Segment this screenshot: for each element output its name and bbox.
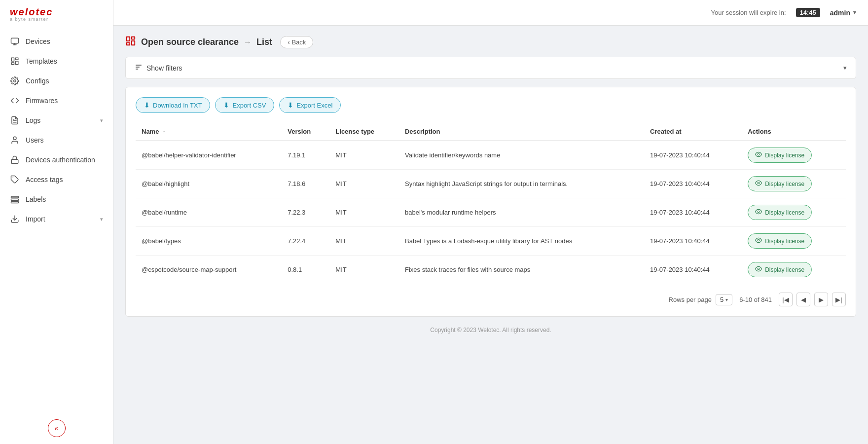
col-name[interactable]: Name ↑	[136, 123, 282, 141]
sidebar-item-users-label: Users	[26, 136, 44, 144]
cell-license: MIT	[329, 198, 399, 227]
export-excel-button[interactable]: ⬇ Export Excel	[279, 97, 341, 113]
sidebar-item-devices-auth[interactable]: Devices authentication	[0, 150, 113, 170]
cell-license: MIT	[329, 170, 399, 198]
display-license-label: Display license	[765, 181, 804, 187]
cell-license: MIT	[329, 227, 399, 256]
download-txt-icon: ⬇	[144, 101, 150, 109]
first-page-button[interactable]: |◀	[779, 293, 793, 306]
back-button[interactable]: ‹ Back	[280, 36, 313, 48]
sidebar-item-import[interactable]: Import ▾	[0, 209, 113, 229]
cell-version: 0.8.1	[282, 256, 329, 284]
export-csv-button[interactable]: ⬇ Export CSV	[215, 97, 274, 113]
sidebar-item-firmwares[interactable]: Firmwares	[0, 91, 113, 111]
sidebar-item-users[interactable]: Users	[0, 130, 113, 150]
display-license-label: Display license	[765, 152, 804, 159]
svg-point-10	[13, 137, 16, 140]
main-area: Your session will expire in: 14:45 admin…	[113, 0, 868, 444]
page-content: Open source clearance → List ‹ Back Show…	[113, 26, 868, 444]
sidebar-item-logs[interactable]: Logs ▾	[0, 111, 113, 130]
display-license-label: Display license	[765, 209, 804, 216]
eye-icon	[755, 180, 762, 188]
sidebar-collapse-button[interactable]: «	[48, 419, 66, 437]
eye-icon	[755, 208, 762, 217]
table-row: @babel/runtime 7.22.3 MIT babel's modula…	[136, 198, 846, 227]
cell-created: 19-07-2023 10:40:44	[644, 198, 742, 227]
sidebar-item-configs[interactable]: Configs	[0, 71, 113, 91]
page-info: 6-10 of 841	[739, 296, 772, 303]
sidebar-item-devices[interactable]: Devices	[0, 32, 113, 51]
filter-icon	[135, 63, 143, 73]
cell-name: @babel/helper-validator-identifier	[136, 141, 282, 170]
cell-actions: Display license	[742, 198, 846, 227]
brand-tagline: a byte smarter	[10, 17, 103, 22]
filter-bar[interactable]: Show filters ▾	[125, 57, 856, 79]
col-created-at: Created at	[644, 123, 742, 141]
sidebar-item-access-tags[interactable]: Access tags	[0, 170, 113, 189]
breadcrumb-current: List	[256, 37, 272, 47]
table-actions: ⬇ Download in TXT ⬇ Export CSV ⬇ Export …	[136, 97, 846, 113]
rows-per-page-select[interactable]: 5 ▾	[716, 294, 732, 305]
clearance-icon	[125, 36, 136, 49]
display-license-button[interactable]: Display license	[748, 233, 812, 249]
accesstags-icon	[10, 175, 20, 185]
download-txt-label: Download in TXT	[153, 102, 202, 109]
svg-rect-13	[11, 196, 19, 198]
username: admin	[830, 9, 850, 17]
col-description: Description	[399, 123, 644, 141]
breadcrumb-separator: →	[244, 38, 252, 47]
svg-rect-20	[127, 43, 130, 45]
export-excel-icon: ⬇	[288, 101, 293, 109]
sidebar-item-templates[interactable]: Templates	[0, 51, 113, 71]
pagination-row: Rows per page 5 ▾ 6-10 of 841 |◀ ◀ ▶ ▶|	[136, 286, 846, 306]
svg-point-26	[758, 211, 760, 213]
svg-rect-3	[11, 58, 14, 61]
eye-icon	[755, 265, 762, 274]
svg-rect-15	[11, 202, 19, 203]
last-page-button[interactable]: ▶|	[832, 293, 846, 306]
svg-point-27	[758, 239, 760, 241]
logs-chevron-icon: ▾	[100, 117, 103, 124]
back-label: Back	[291, 38, 306, 46]
svg-rect-11	[11, 159, 18, 163]
labels-icon	[10, 194, 20, 204]
table-card: ⬇ Download in TXT ⬇ Export CSV ⬇ Export …	[125, 87, 856, 317]
svg-point-25	[758, 182, 760, 184]
sidebar: welotec a byte smarter Devices Templates…	[0, 0, 113, 444]
svg-rect-6	[11, 63, 14, 65]
cell-description: Syntax highlight JavaScript strings for …	[399, 170, 644, 198]
rows-per-page-label: Rows per page	[669, 296, 712, 303]
sidebar-item-labels[interactable]: Labels	[0, 189, 113, 209]
display-license-button[interactable]: Display license	[748, 205, 812, 220]
brand-name: welotec	[10, 7, 103, 17]
download-txt-button[interactable]: ⬇ Download in TXT	[136, 97, 210, 113]
prev-page-button[interactable]: ◀	[796, 293, 810, 306]
cell-description: Validate identifier/keywords name	[399, 141, 644, 170]
sidebar-item-logs-label: Logs	[26, 116, 40, 124]
cell-created: 19-07-2023 10:40:44	[644, 227, 742, 256]
user-menu[interactable]: admin ▾	[830, 9, 856, 17]
logo-area: welotec a byte smarter	[0, 0, 113, 27]
cell-version: 7.19.1	[282, 141, 329, 170]
export-csv-label: Export CSV	[232, 102, 266, 109]
display-license-button[interactable]: Display license	[748, 176, 812, 191]
display-license-button[interactable]: Display license	[748, 148, 812, 163]
table-row: @cspotcode/source-map-support 0.8.1 MIT …	[136, 256, 846, 284]
topbar: Your session will expire in: 14:45 admin…	[113, 0, 868, 26]
cell-actions: Display license	[742, 227, 846, 256]
display-license-button[interactable]: Display license	[748, 262, 812, 277]
svg-rect-18	[132, 37, 135, 39]
show-filters-text: Show filters	[146, 64, 182, 72]
sidebar-item-firmwares-label: Firmwares	[26, 97, 58, 105]
svg-rect-5	[16, 61, 18, 65]
next-page-button[interactable]: ▶	[814, 293, 828, 306]
export-csv-icon: ⬇	[223, 101, 229, 109]
sort-arrow-icon: ↑	[163, 129, 166, 135]
show-filters-label[interactable]: Show filters	[135, 63, 182, 73]
sidebar-item-import-label: Import	[26, 215, 45, 223]
col-version: Version	[282, 123, 329, 141]
session-info: Your session will expire in:	[711, 9, 786, 16]
cell-description: babel's modular runtime helpers	[399, 198, 644, 227]
cell-license: MIT	[329, 256, 399, 284]
sidebar-item-templates-label: Templates	[26, 57, 57, 65]
